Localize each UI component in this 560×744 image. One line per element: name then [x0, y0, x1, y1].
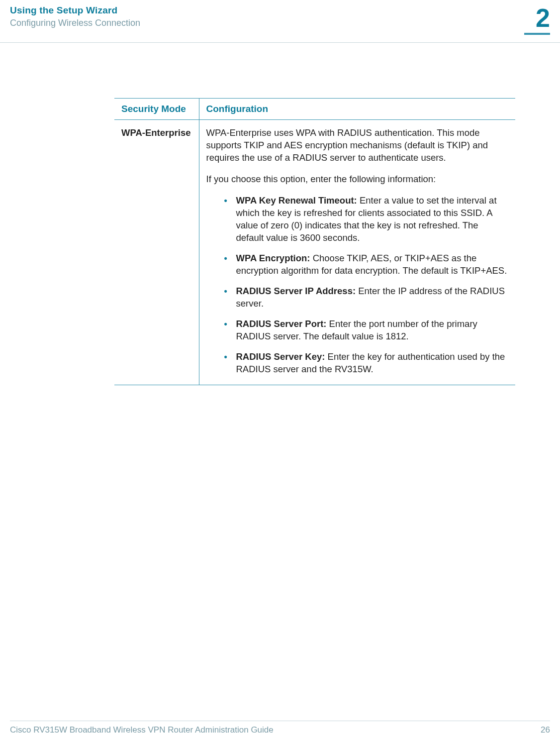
- bullet-label: RADIUS Server Key:: [236, 351, 325, 362]
- config-prompt: If you choose this option, enter the fol…: [206, 173, 509, 186]
- list-item: RADIUS Server Key: Enter the key for aut…: [224, 351, 509, 376]
- config-intro: WPA-Enterprise uses WPA with RADIUS auth…: [206, 127, 509, 164]
- list-item: RADIUS Server IP Address: Enter the IP a…: [224, 285, 509, 310]
- page-footer: Cisco RV315W Broadband Wireless VPN Rout…: [10, 721, 550, 735]
- table-header-row: Security Mode Configuration: [114, 99, 515, 120]
- bullet-label: WPA Encryption:: [236, 253, 310, 263]
- chapter-number: 2: [536, 3, 550, 33]
- header-configuration: Configuration: [199, 99, 515, 120]
- header-title: Using the Setup Wizard: [10, 5, 550, 16]
- bullet-label: WPA Key Renewal Timeout:: [236, 195, 357, 206]
- page-header: Using the Setup Wizard Configuring Wirel…: [0, 0, 560, 28]
- main-content: Security Mode Configuration WPA-Enterpri…: [0, 28, 560, 385]
- list-item: RADIUS Server Port: Enter the port numbe…: [224, 318, 509, 343]
- header-security-mode: Security Mode: [114, 99, 199, 120]
- bullet-label: RADIUS Server Port:: [236, 319, 327, 329]
- cell-configuration: WPA-Enterprise uses WPA with RADIUS auth…: [199, 120, 515, 385]
- cell-security-mode: WPA-Enterprise: [114, 120, 199, 385]
- list-item: WPA Encryption: Choose TKIP, AES, or TKI…: [224, 252, 509, 277]
- config-bullet-list: WPA Key Renewal Timeout: Enter a value t…: [206, 195, 509, 376]
- header-subtitle: Configuring Wireless Connection: [10, 18, 550, 28]
- footer-guide-title: Cisco RV315W Broadband Wireless VPN Rout…: [10, 725, 274, 735]
- table-row: WPA-Enterprise WPA-Enterprise uses WPA w…: [114, 120, 515, 385]
- list-item: WPA Key Renewal Timeout: Enter a value t…: [224, 195, 509, 244]
- bullet-label: RADIUS Server IP Address:: [236, 286, 356, 296]
- security-mode-table: Security Mode Configuration WPA-Enterpri…: [114, 98, 515, 385]
- footer-page-number: 26: [541, 725, 550, 735]
